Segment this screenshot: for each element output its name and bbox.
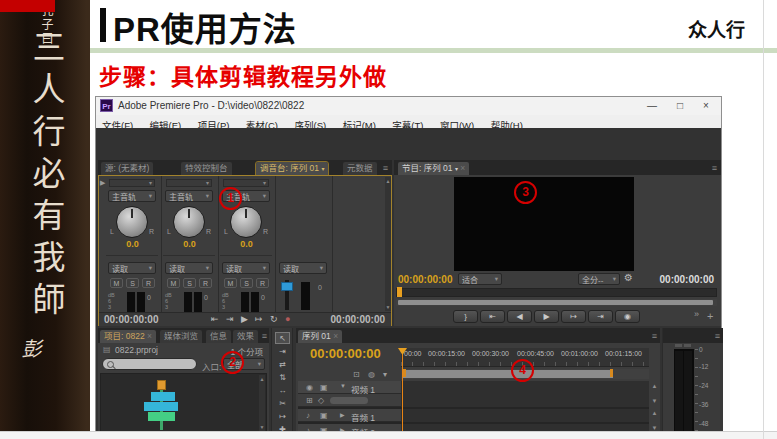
tab-audio-mixer[interactable]: 调音台: 序列 01 ▾ xyxy=(256,162,328,175)
pan-value[interactable]: 0.0 xyxy=(218,239,275,249)
close-button[interactable]: × xyxy=(695,98,717,113)
loop-button[interactable]: ↻ xyxy=(270,314,278,324)
speaker-icon[interactable]: ♪ xyxy=(306,411,310,420)
volume-fader[interactable] xyxy=(281,282,293,291)
tab-program-monitor[interactable]: 节目: 序列 01 ▾ × xyxy=(398,162,469,175)
solo-button[interactable]: S xyxy=(126,278,139,288)
keyframe-icon[interactable]: ◇ xyxy=(318,396,324,405)
zoom-fit-dropdown[interactable]: 适合▾ xyxy=(458,273,502,285)
play-button[interactable]: ▶ xyxy=(534,310,559,323)
automation-dropdown[interactable]: 读取▾ xyxy=(279,262,327,274)
solo-button[interactable]: S xyxy=(183,278,196,288)
chevron-down-icon[interactable]: ▾ xyxy=(321,166,324,172)
automation-dropdown[interactable]: 读取▾ xyxy=(165,262,213,274)
resolution-dropdown[interactable]: 全分--▾ xyxy=(578,273,620,285)
track-lane-audio1[interactable] xyxy=(401,409,649,423)
project-bin-area[interactable]: ▲ ▼ xyxy=(100,373,267,433)
play-in-out-button[interactable]: ↦ xyxy=(255,314,263,324)
track-output-dropdown[interactable]: 主音轨▾ xyxy=(108,190,156,202)
play-button[interactable]: ▶ xyxy=(241,314,248,324)
tab-close-icon[interactable]: × xyxy=(460,163,465,173)
record-button[interactable]: ● xyxy=(285,314,290,324)
lock-icon[interactable]: ▣ xyxy=(320,411,328,420)
tab-project[interactable]: 项目: 0822 × xyxy=(100,330,156,343)
panel-menu-icon[interactable]: ≡ xyxy=(383,163,388,173)
scroll-up-icon[interactable]: ▲ xyxy=(649,383,660,389)
effect-slot-dropdown[interactable]: ▾ xyxy=(109,179,155,187)
project-vertical-scrollbar[interactable]: ▲ ▼ xyxy=(259,375,265,431)
tab-metadata[interactable]: 元数据 xyxy=(343,162,377,175)
add-button-icon[interactable]: + xyxy=(707,310,713,322)
automation-dropdown[interactable]: 读取▾ xyxy=(222,262,270,274)
lock-icon[interactable]: ▣ xyxy=(320,383,328,392)
sequence-clip-thumbnail[interactable] xyxy=(139,380,183,430)
window-titlebar[interactable]: Pr Adobe Premiere Pro - D:\video\0822\08… xyxy=(96,97,721,116)
marker-button[interactable]: } xyxy=(453,310,478,323)
track-header-video1-options[interactable]: ⊞ ◇ xyxy=(298,394,401,407)
effect-slot-dropdown[interactable]: ▾ xyxy=(166,179,212,187)
scroll-down-icon[interactable]: ▼ xyxy=(259,424,265,430)
pan-value[interactable]: 0.0 xyxy=(161,239,218,249)
encore-marker-icon[interactable]: ◍ xyxy=(368,370,375,379)
record-arm-button[interactable]: R xyxy=(199,278,212,288)
goto-out-button[interactable]: ⇥ xyxy=(588,310,613,323)
scroll-down-icon[interactable]: ▼ xyxy=(385,304,391,310)
mixer-vertical-scrollbar[interactable]: ▲ ▼ xyxy=(385,177,391,311)
pan-value[interactable]: 0.0 xyxy=(104,239,161,249)
razor-tool[interactable]: ✂ xyxy=(275,398,290,410)
work-area-bar[interactable] xyxy=(403,370,613,378)
ripple-edit-tool[interactable]: ⇄ xyxy=(275,359,290,371)
goto-out-button[interactable]: ⇥ xyxy=(226,314,234,324)
program-time-ruler[interactable] xyxy=(396,288,717,297)
tab-source-monitor[interactable]: 源: (无素材) xyxy=(101,162,153,175)
slip-tool[interactable]: ↦ xyxy=(275,411,290,423)
work-area-start-handle[interactable] xyxy=(403,369,406,377)
track-header-video1[interactable]: ◉ ▣ ▼ 视频 1 xyxy=(298,381,401,394)
pan-knob[interactable] xyxy=(173,206,205,238)
timeline-playhead[interactable] xyxy=(402,348,403,438)
scroll-up-icon[interactable]: ▲ xyxy=(649,410,660,416)
panel-menu-icon[interactable]: ≡ xyxy=(262,331,267,341)
project-filename[interactable]: 0822.prproj xyxy=(115,345,158,355)
track-output-dropdown[interactable]: 主音轨▾ xyxy=(165,190,213,202)
more-icon[interactable]: » xyxy=(694,309,699,319)
tab-close-icon[interactable]: × xyxy=(147,331,152,341)
tab-sequence[interactable]: 序列 01 × xyxy=(298,330,342,343)
tab-effect-controls[interactable]: 特效控制台 xyxy=(181,162,232,175)
tab-effects[interactable]: 效果 xyxy=(233,330,258,343)
track-header-audio1[interactable]: ♪ ▣ ▶ 音频 1 xyxy=(298,409,401,422)
tab-media-browser[interactable]: 媒体浏览 xyxy=(160,330,202,343)
panel-menu-icon[interactable]: ≡ xyxy=(652,331,657,341)
scroll-up-icon[interactable]: ▲ xyxy=(259,376,265,382)
panel-menu-icon[interactable]: ≡ xyxy=(715,331,720,341)
track-lane-video1[interactable] xyxy=(401,381,649,408)
goto-in-button[interactable]: ⇤ xyxy=(480,310,505,323)
expand-icon[interactable]: ▶ xyxy=(340,411,345,418)
display-style-icon[interactable]: ⊞ xyxy=(306,396,313,405)
scroll-up-icon[interactable]: ▲ xyxy=(385,178,391,184)
chevron-down-icon[interactable]: ▾ xyxy=(455,166,458,172)
step-forward-button[interactable]: ↦ xyxy=(561,310,586,323)
program-horizontal-scrollbar[interactable] xyxy=(396,299,717,306)
step-back-button[interactable]: ◀ xyxy=(507,310,532,323)
pan-knob[interactable] xyxy=(116,206,148,238)
automation-dropdown[interactable]: 读取▾ xyxy=(108,262,156,274)
scroll-down-icon[interactable]: ▼ xyxy=(649,398,660,404)
mixer-timecode[interactable]: 00:00:00:00 xyxy=(104,314,158,325)
mute-button[interactable]: M xyxy=(224,278,237,288)
tab-info[interactable]: 信息 xyxy=(206,330,231,343)
selection-tool[interactable]: ↖ xyxy=(275,332,290,344)
rate-stretch-tool[interactable]: ↔ xyxy=(275,385,290,397)
solo-button[interactable]: S xyxy=(240,278,253,288)
effect-slot-dropdown[interactable]: ▾ xyxy=(223,179,269,187)
work-area-end-handle[interactable] xyxy=(610,369,613,377)
export-frame-button[interactable]: ◉ xyxy=(615,310,640,323)
pan-knob[interactable] xyxy=(230,206,262,238)
goto-in-button[interactable]: ⇤ xyxy=(211,314,219,324)
rolling-edit-tool[interactable]: ⇅ xyxy=(275,372,290,384)
program-video-preview[interactable] xyxy=(454,177,634,271)
panel-menu-icon[interactable]: ≡ xyxy=(712,163,717,173)
tab-close-icon[interactable]: × xyxy=(333,331,338,341)
mute-button[interactable]: M xyxy=(110,278,123,288)
scrollbar-thumb[interactable] xyxy=(398,300,713,305)
